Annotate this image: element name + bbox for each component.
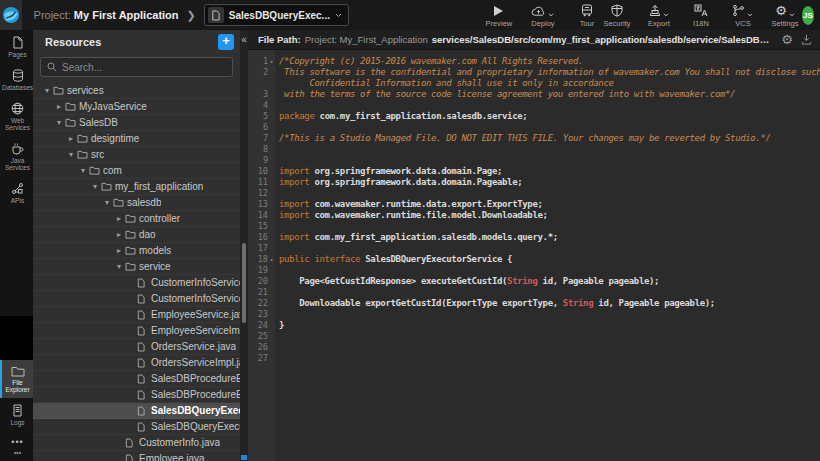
project-label: Project: (34, 9, 71, 21)
tree-item-customerinfo-java[interactable]: CustomerInfo.java (33, 435, 240, 451)
fold-gutter (268, 177, 275, 188)
sidebar-item-java-services[interactable]: Java Services (0, 136, 33, 176)
tree-item-label: EmployeeServiceImpl.java (151, 325, 240, 336)
code-line: 9 (248, 155, 820, 166)
code-line: 14 import com.wavemaker.runtime.file.mod… (248, 210, 820, 221)
collapse-arrow-icon[interactable]: ▸ (113, 230, 125, 239)
tree-item-employee-java[interactable]: Employee.java (33, 451, 240, 461)
sidebar-item-databases[interactable]: Databases (0, 63, 33, 96)
expand-arrow-icon[interactable]: ▾ (101, 198, 113, 207)
file-path-value: services/SalesDB/src/com/my_first_applic… (432, 34, 774, 45)
tree-item-employeeserviceimpl-java[interactable]: EmployeeServiceImpl.java (33, 323, 240, 339)
search-input[interactable] (62, 62, 226, 73)
settings-button[interactable]: ⚙ Settings (770, 3, 800, 28)
tree-item-myjavaservice[interactable]: ▸MyJavaService (33, 99, 240, 115)
tree-file-icon (137, 358, 145, 368)
open-file-dropdown[interactable]: SalesDBQueryExec... (204, 4, 349, 26)
collapse-arrow-icon[interactable]: ▸ (53, 102, 65, 111)
collapse-panel-button[interactable]: « (240, 33, 248, 47)
collapse-arrow-icon[interactable]: ▸ (113, 214, 125, 223)
download-file-icon[interactable] (801, 34, 812, 45)
tree-item-src[interactable]: ▾src (33, 147, 240, 163)
resources-search[interactable] (40, 57, 233, 77)
collapse-arrow-icon[interactable]: ▸ (113, 246, 125, 255)
tree-item-employeeservice-java[interactable]: EmployeeService.java (33, 307, 240, 323)
user-avatar[interactable]: JS (802, 6, 814, 25)
tree-item-salesdbprocedureexecuto[interactable]: SalesDBProcedureExecuto (33, 387, 240, 403)
tree-scrollbar[interactable] (242, 243, 246, 323)
tree-item-customerinfoservice-java[interactable]: CustomerInfoService.java (33, 275, 240, 291)
play-icon (493, 5, 504, 17)
tree-item-salesdbqueryexecutorser[interactable]: SalesDBQueryExecutorSer (33, 419, 240, 435)
file-settings-gear-icon[interactable]: ⚙ (781, 33, 793, 46)
fold-gutter (268, 166, 275, 177)
tour-button[interactable]: Tour (572, 3, 602, 28)
panel-divider: « (240, 30, 248, 461)
vcs-button[interactable]: VCS (728, 3, 758, 28)
tree-item-salesdbprocedureexecuto[interactable]: SalesDBProcedureExecuto (33, 371, 240, 387)
tree-item-label: designtime (91, 133, 139, 144)
tree-item-service[interactable]: ▾service (33, 259, 240, 275)
preview-button[interactable]: Preview (484, 3, 514, 28)
file-path-label: File Path: (258, 34, 301, 45)
expand-arrow-icon[interactable]: ▾ (77, 166, 89, 175)
tree-item-customerinfoserviceimpl-j[interactable]: CustomerInfoServiceImpl.j (33, 291, 240, 307)
sidebar-item-web-services[interactable]: Web Services (0, 96, 33, 136)
sidebar-item-file-explorer[interactable]: File Explorer (0, 360, 33, 398)
tree-item-salesdb[interactable]: ▾salesdb (33, 195, 240, 211)
tree-item-ordersserviceimpl-java[interactable]: OrdersServiceImpl.java (33, 355, 240, 371)
tree-item-my-first-application[interactable]: ▾my_first_application (33, 179, 240, 195)
sidebar-item-pages[interactable]: Pages (0, 30, 33, 63)
sidebar-item-label: Logs (10, 419, 24, 426)
i18n-button[interactable]: I18N (686, 3, 716, 28)
expand-arrow-icon[interactable]: ▾ (53, 118, 65, 127)
fold-marker-icon[interactable]: ▾ (268, 254, 275, 265)
code-line: 12 (248, 188, 820, 199)
tree-item-dao[interactable]: ▸dao (33, 227, 240, 243)
tree-item-salesdbqueryexecutorser[interactable]: SalesDBQueryExecutorSer (33, 403, 240, 419)
line-number: 16 (248, 232, 268, 243)
tree-file-icon (137, 310, 145, 320)
wavemaker-logo-icon (2, 6, 20, 24)
deploy-button[interactable]: Deploy (528, 3, 558, 28)
tree-item-com[interactable]: ▾com (33, 163, 240, 179)
sidebar-item-more[interactable]: ••• ••• (0, 431, 33, 461)
sidebar-item-label: File Explorer (2, 379, 33, 393)
file-icon (208, 7, 224, 23)
tree-file-icon (137, 342, 145, 352)
tree-item-controller[interactable]: ▸controller (33, 211, 240, 227)
sidebar-item-logs[interactable]: Logs (0, 398, 33, 431)
file-path-project: Project: My_First_Application (305, 34, 428, 45)
code-line: 24 } (248, 320, 820, 331)
tree-item-designtime[interactable]: ▸designtime (33, 131, 240, 147)
tree-item-models[interactable]: ▸models (33, 243, 240, 259)
folder-icon (11, 366, 25, 377)
expand-arrow-icon[interactable]: ▾ (65, 150, 77, 159)
tree-file-icon (137, 374, 145, 384)
tree-item-ordersservice-java[interactable]: OrdersService.java (33, 339, 240, 355)
tree-item-salesdb[interactable]: ▾SalesDB (33, 115, 240, 131)
expand-arrow-icon[interactable]: ▾ (113, 262, 125, 271)
expand-arrow-icon[interactable]: ▾ (41, 86, 53, 95)
tree-item-label: Employee.java (139, 453, 205, 461)
tree-file-icon (125, 438, 133, 448)
tree-item-label: SalesDBProcedureExecuto (151, 389, 240, 400)
export-button[interactable]: Export (644, 3, 674, 28)
line-number: 11 (248, 177, 268, 188)
tree-item-label: my_first_application (115, 181, 203, 192)
tree-folder-icon (125, 230, 136, 239)
code-editor[interactable]: 1 ▾ /*Copyright (c) 2015-2016 wavemaker.… (248, 50, 820, 461)
security-button[interactable]: Security (602, 3, 632, 28)
sidebar-item-label: Web Services (2, 117, 33, 131)
fold-marker-icon[interactable]: ▾ (268, 56, 275, 67)
add-resource-button[interactable]: + (218, 34, 234, 50)
wavemaker-logo[interactable] (0, 0, 22, 30)
sidebar-item-apis[interactable]: APIs (0, 176, 33, 209)
caret-icon (789, 13, 795, 17)
code-line: 2 This software is the confidential and … (248, 67, 820, 78)
code-line: 20 Page<GetCustIdResponse> executeGetCus… (248, 276, 820, 287)
fold-gutter (268, 89, 275, 100)
expand-arrow-icon[interactable]: ▾ (89, 182, 101, 191)
collapse-arrow-icon[interactable]: ▸ (65, 134, 77, 143)
tree-item-services[interactable]: ▾services (33, 83, 240, 99)
